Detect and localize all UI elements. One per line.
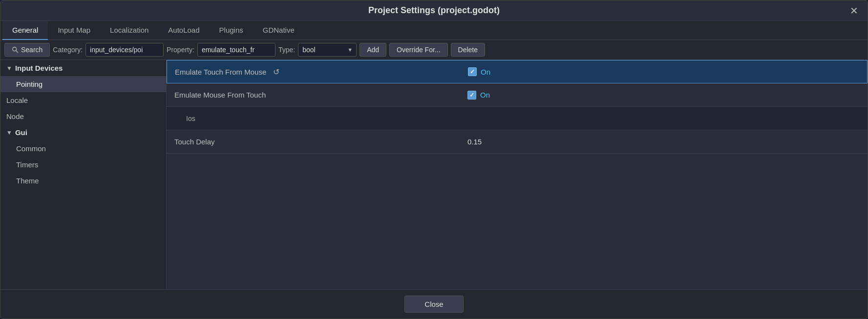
sidebar-item-label: Gui: [15, 128, 27, 137]
checkbox-checked-icon[interactable]: [468, 67, 477, 76]
checkbox-checked-icon[interactable]: [467, 91, 476, 100]
tab-general[interactable]: General: [2, 21, 48, 40]
sidebar-item-node[interactable]: Node: [0, 108, 166, 124]
delete-button[interactable]: Delete: [451, 43, 485, 57]
sidebar-item-input-devices[interactable]: ▼ Input Devices: [0, 60, 166, 76]
chevron-down-icon: ▼: [6, 65, 12, 72]
sidebar-item-common[interactable]: Common: [0, 140, 166, 157]
property-input[interactable]: [197, 43, 275, 57]
toolbar: Search Category: Property: Type: bool in…: [0, 40, 868, 60]
window-close-button[interactable]: ✕: [847, 4, 861, 18]
setting-name: Emulate Touch From Mouse ↺: [167, 61, 460, 82]
table-row[interactable]: Touch Delay 0.15: [167, 130, 868, 154]
sidebar-item-pointing[interactable]: Pointing: [0, 76, 166, 92]
table-row[interactable]: Emulate Touch From Mouse ↺ On: [167, 60, 868, 83]
dialog-title: Project Settings (project.godot): [368, 5, 500, 16]
category-label: Category:: [53, 46, 83, 54]
override-for-button[interactable]: Override For...: [389, 43, 447, 57]
footer: Close: [0, 289, 868, 319]
tab-gdnative[interactable]: GDNative: [253, 21, 304, 40]
type-select[interactable]: bool int float String Color Vector2: [298, 43, 357, 57]
sidebar-item-gui[interactable]: ▼ Gui: [0, 124, 166, 140]
search-button[interactable]: Search: [4, 43, 50, 57]
main-content: ▼ Input Devices Pointing Locale Node ▼ G…: [0, 60, 868, 289]
setting-value: On: [460, 62, 867, 81]
tab-input-map[interactable]: Input Map: [48, 21, 100, 40]
project-settings-dialog: Project Settings (project.godot) ✕ Gener…: [0, 0, 868, 319]
sidebar-item-label: Node: [6, 112, 24, 120]
type-select-wrapper: bool int float String Color Vector2 ▼: [298, 43, 357, 57]
sidebar-item-label: Common: [16, 144, 46, 153]
sidebar-item-timers[interactable]: Timers: [0, 157, 166, 173]
property-label: Property:: [167, 46, 194, 54]
setting-name: Touch Delay: [167, 133, 460, 151]
category-input[interactable]: [85, 43, 164, 57]
sidebar-item-label: Input Devices: [15, 64, 63, 72]
tab-plugins[interactable]: Plugins: [210, 21, 253, 40]
sidebar-item-label: Locale: [6, 96, 28, 104]
section-title: Ios: [174, 112, 467, 125]
search-label: Search: [21, 46, 42, 54]
tab-bar: General Input Map Localization AutoLoad …: [0, 21, 868, 40]
reset-button[interactable]: ↺: [270, 66, 282, 78]
svg-line-1: [16, 51, 18, 53]
chevron-down-icon: ▼: [6, 129, 12, 136]
section-header-row: Ios: [167, 107, 868, 130]
setting-value: 0.15: [460, 133, 868, 151]
sidebar-item-theme[interactable]: Theme: [0, 173, 166, 189]
title-bar: Project Settings (project.godot) ✕: [0, 0, 868, 21]
sidebar-item-locale[interactable]: Locale: [0, 92, 166, 108]
search-icon: [12, 46, 19, 53]
sidebar: ▼ Input Devices Pointing Locale Node ▼ G…: [0, 60, 167, 289]
settings-panel: Emulate Touch From Mouse ↺ On Emulate Mo…: [167, 60, 868, 289]
table-row[interactable]: Emulate Mouse From Touch On: [167, 83, 868, 107]
setting-value: On: [460, 86, 868, 104]
sidebar-item-label: Timers: [16, 160, 38, 169]
sidebar-item-label: Theme: [16, 177, 39, 185]
type-label: Type:: [278, 46, 295, 54]
svg-point-0: [13, 47, 17, 51]
tab-localization[interactable]: Localization: [100, 21, 158, 40]
tab-autoload[interactable]: AutoLoad: [158, 21, 209, 40]
add-button[interactable]: Add: [360, 43, 386, 57]
sidebar-item-label: Pointing: [16, 80, 42, 88]
close-dialog-button[interactable]: Close: [404, 296, 463, 313]
setting-name: Emulate Mouse From Touch: [167, 86, 460, 104]
